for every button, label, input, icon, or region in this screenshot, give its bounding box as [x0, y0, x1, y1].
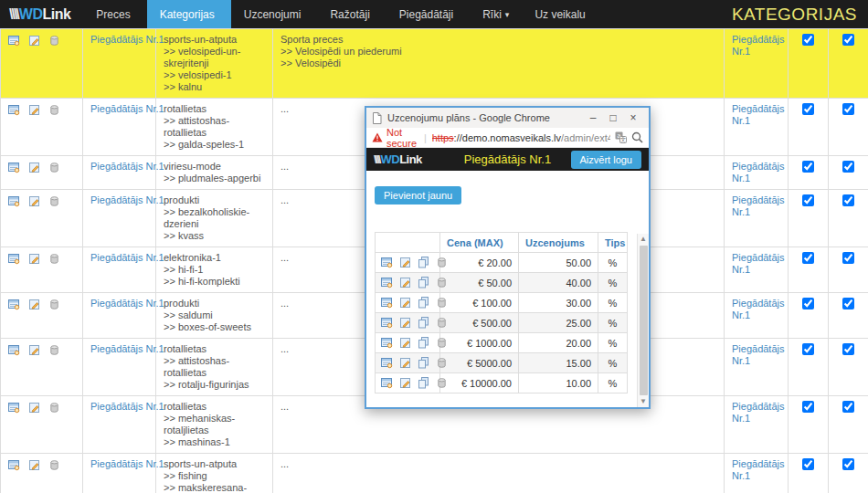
supplier-link[interactable]: Piegādātājs Nr.1	[90, 194, 164, 205]
markup-plan-icon[interactable]	[8, 402, 20, 414]
copy-icon[interactable]	[418, 297, 429, 309]
markup-plan-icon[interactable]	[8, 299, 20, 310]
edit-icon[interactable]	[28, 459, 40, 471]
status-checkbox-1[interactable]	[802, 194, 814, 206]
delete-icon[interactable]	[48, 344, 60, 356]
edit-icon[interactable]	[28, 344, 40, 356]
supplier-link[interactable]: Piegādātājs Nr.1	[90, 458, 164, 469]
markup-plan-icon[interactable]	[8, 344, 20, 356]
nav-item[interactable]: Rīki ▾	[470, 0, 522, 28]
markup-plan-icon[interactable]	[381, 297, 393, 309]
status-checkbox-2[interactable]	[842, 252, 854, 264]
supplier-link[interactable]: Piegādātājs Nr.1	[90, 103, 164, 114]
nav-item[interactable]: Kategorijas	[147, 0, 231, 28]
supplier-link[interactable]: Piegādātājs Nr.1	[90, 34, 164, 45]
supplier-link[interactable]: Piegādātājs Nr.1	[90, 161, 164, 172]
scrollbar-thumb[interactable]	[640, 246, 648, 395]
supplier-link[interactable]: Piegādātājs Nr.1	[90, 252, 164, 263]
supplier-link-right[interactable]: Piegādātājs Nr.1	[732, 34, 785, 57]
edit-icon[interactable]	[399, 317, 411, 329]
popup-titlebar[interactable]: Uzcenojumu plāns - Google Chrome – □ ×	[366, 108, 649, 128]
status-checkbox-2[interactable]	[842, 458, 854, 470]
nav-item[interactable]: Uzcenojumi	[231, 0, 318, 28]
delete-icon[interactable]	[436, 357, 448, 369]
delete-icon[interactable]	[48, 195, 60, 207]
markup-plan-icon[interactable]	[8, 195, 20, 207]
supplier-link-right[interactable]: Piegādātājs Nr.1	[732, 298, 785, 320]
markup-plan-icon[interactable]	[381, 317, 393, 329]
status-checkbox-2[interactable]	[842, 34, 854, 46]
edit-icon[interactable]	[399, 377, 411, 389]
edit-icon[interactable]	[399, 257, 411, 268]
copy-icon[interactable]	[418, 317, 429, 329]
delete-icon[interactable]	[436, 337, 448, 349]
nav-item[interactable]: Ražotāji	[317, 0, 386, 28]
close-button[interactable]: ×	[623, 111, 643, 124]
supplier-link-right[interactable]: Piegādātājs Nr.1	[732, 343, 785, 366]
edit-icon[interactable]	[399, 277, 411, 288]
edit-icon[interactable]	[399, 337, 411, 349]
edit-icon[interactable]	[28, 162, 40, 173]
delete-icon[interactable]	[48, 253, 60, 265]
markup-plan-icon[interactable]	[8, 459, 20, 471]
delete-icon[interactable]	[48, 402, 60, 414]
copy-icon[interactable]	[418, 357, 429, 369]
address-url[interactable]: https://demo.nomasveikals.lv/admin/ext4o…	[432, 132, 610, 143]
edit-icon[interactable]	[28, 104, 40, 116]
maximize-button[interactable]: □	[603, 111, 623, 124]
nav-item[interactable]: Uz veikalu	[522, 0, 601, 28]
supplier-link[interactable]: Piegādātājs Nr.1	[90, 401, 164, 412]
status-checkbox-1[interactable]	[802, 103, 814, 115]
translate-icon[interactable]: a文	[615, 131, 627, 143]
delete-icon[interactable]	[436, 297, 448, 309]
markup-plan-icon[interactable]	[8, 104, 20, 116]
edit-icon[interactable]	[399, 357, 411, 369]
delete-icon[interactable]	[436, 257, 448, 268]
status-checkbox-1[interactable]	[802, 343, 814, 355]
markup-plan-icon[interactable]	[381, 277, 393, 288]
delete-icon[interactable]	[436, 277, 448, 288]
edit-icon[interactable]	[28, 35, 40, 47]
status-checkbox-2[interactable]	[842, 103, 854, 115]
markup-plan-icon[interactable]	[381, 257, 393, 268]
edit-icon[interactable]	[28, 195, 40, 207]
markup-plan-icon[interactable]	[381, 357, 393, 369]
status-checkbox-2[interactable]	[842, 161, 854, 173]
status-checkbox-1[interactable]	[802, 298, 814, 309]
edit-icon[interactable]	[28, 402, 40, 414]
status-checkbox-1[interactable]	[802, 34, 814, 46]
popup-scrollbar[interactable]: ▲ ▼	[637, 234, 649, 407]
delete-icon[interactable]	[48, 299, 60, 310]
add-new-button[interactable]: Pievienot jaunu	[375, 186, 461, 205]
supplier-link-right[interactable]: Piegādātājs Nr.1	[732, 161, 785, 184]
copy-icon[interactable]	[418, 277, 429, 288]
delete-icon[interactable]	[48, 459, 60, 471]
status-checkbox-2[interactable]	[842, 298, 854, 309]
copy-icon[interactable]	[418, 257, 429, 268]
copy-icon[interactable]	[418, 377, 429, 389]
markup-plan-icon[interactable]	[381, 377, 393, 389]
status-checkbox-2[interactable]	[842, 401, 854, 413]
delete-icon[interactable]	[48, 35, 60, 47]
supplier-link-right[interactable]: Piegādātājs Nr.1	[732, 252, 785, 275]
delete-icon[interactable]	[48, 162, 60, 173]
zoom-icon[interactable]	[631, 131, 643, 143]
supplier-link-right[interactable]: Piegādātājs Nr.1	[732, 458, 785, 481]
delete-icon[interactable]	[48, 104, 60, 116]
edit-icon[interactable]	[28, 253, 40, 265]
markup-plan-icon[interactable]	[8, 162, 20, 173]
scroll-down-icon[interactable]: ▼	[640, 396, 647, 407]
copy-icon[interactable]	[418, 337, 429, 349]
supplier-link-right[interactable]: Piegādātājs Nr.1	[732, 194, 785, 217]
nav-item[interactable]: Piegādātāji	[386, 0, 470, 28]
delete-icon[interactable]	[436, 377, 448, 389]
status-checkbox-1[interactable]	[802, 252, 814, 264]
status-checkbox-1[interactable]	[802, 401, 814, 413]
scroll-up-icon[interactable]: ▲	[640, 234, 647, 245]
minimize-button[interactable]: –	[583, 111, 603, 124]
supplier-link-right[interactable]: Piegādātājs Nr.1	[732, 401, 785, 424]
close-window-button[interactable]: Aizvērt logu	[571, 151, 641, 169]
status-checkbox-1[interactable]	[802, 458, 814, 470]
status-checkbox-2[interactable]	[842, 194, 854, 206]
status-checkbox-2[interactable]	[842, 343, 854, 355]
